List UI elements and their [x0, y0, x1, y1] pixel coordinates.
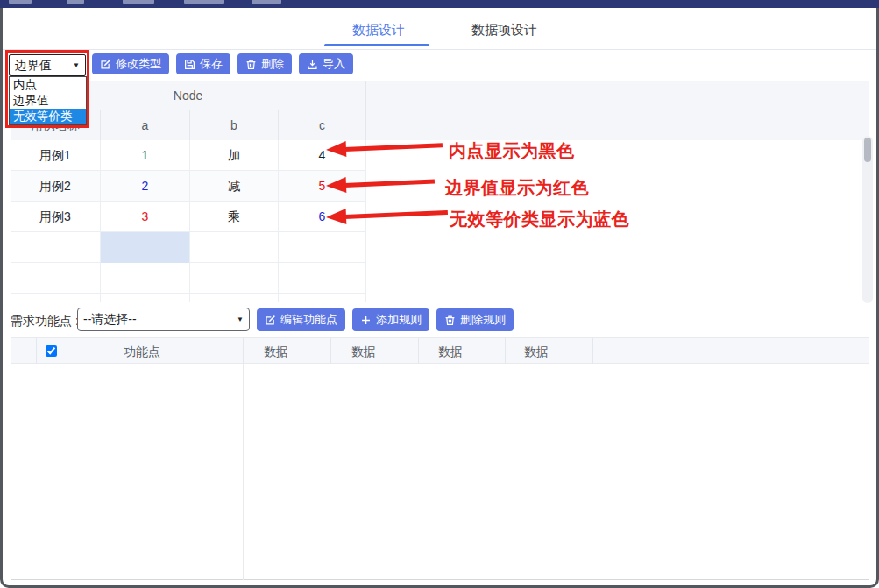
rule-column-header: 数据 [264, 338, 288, 365]
trash-icon [444, 315, 456, 326]
rule-action-button[interactable]: 编辑功能点 [257, 308, 345, 331]
case-empty-cell[interactable] [190, 263, 279, 294]
case-value-cell[interactable]: 6 [279, 202, 366, 232]
function-point-select-value: --请选择-- [83, 312, 137, 328]
case-type-select-value: 边界值 [15, 58, 52, 74]
select-option[interactable]: 边界值 [10, 93, 86, 109]
case-column-header: a [101, 110, 190, 140]
column-separator [67, 338, 67, 365]
top-nav-clipped-item [184, 0, 224, 4]
case-table-row [11, 232, 366, 263]
case-type-option-list: 内点边界值无效等价类 [9, 76, 87, 125]
case-value-cell[interactable]: 4 [279, 140, 366, 171]
top-nav-clipped-item [252, 0, 281, 4]
case-action-button[interactable]: 保存 [176, 53, 230, 74]
case-value-cell[interactable]: 减 [190, 171, 279, 202]
column-separator [330, 338, 331, 365]
function-point-select[interactable]: --请选择-- ▼ [77, 308, 250, 331]
top-nav-clipped-item [123, 0, 154, 4]
rule-toolbar-label: 需求功能点 : [11, 314, 79, 329]
case-empty-cell[interactable] [190, 294, 279, 302]
case-empty-cell[interactable] [279, 232, 366, 263]
button-label: 删除规则 [460, 312, 506, 328]
tab-data-design[interactable]: 数据设计 [352, 22, 405, 39]
rule-action-button[interactable]: 删除规则 [436, 308, 514, 331]
select-option[interactable]: 无效等价类 [10, 109, 86, 124]
case-table-row [11, 294, 366, 302]
rule-column-header: 数据 [351, 338, 376, 365]
column-separator [592, 338, 593, 365]
column-separator [505, 338, 506, 365]
case-value-cell[interactable]: 1 [101, 140, 190, 171]
select-option[interactable]: 内点 [10, 77, 86, 93]
button-label: 导入 [323, 56, 345, 72]
case-column-header: b [190, 110, 279, 140]
edit-icon [265, 315, 276, 326]
chevron-down-icon: ▼ [237, 315, 244, 323]
rule-table-column-divider [243, 364, 244, 580]
button-label: 添加规则 [376, 312, 422, 328]
column-separator [418, 338, 419, 365]
button-label: 保存 [200, 56, 223, 72]
column-separator [243, 338, 244, 365]
save-icon [184, 59, 195, 70]
case-toolbar: 修改类型保存删除导入 [92, 53, 353, 74]
rule-action-button[interactable]: 添加规则 [352, 308, 429, 331]
case-name-cell[interactable]: 用例2 [11, 171, 101, 202]
case-column-header: c [279, 110, 366, 140]
case-empty-cell[interactable] [279, 263, 366, 294]
tab-data-item-design[interactable]: 数据项设计 [471, 22, 537, 39]
case-type-select[interactable]: 边界值 ▼ [9, 54, 86, 76]
rule-column-header: 功能点 [124, 338, 160, 365]
case-table-row [11, 263, 366, 294]
app-window: 数据设计 数据项设计 边界值 ▼ 修改类型保存删除导入 内点边界值无效等价类 N… [0, 0, 879, 588]
edit-icon [100, 59, 111, 70]
case-value-cell[interactable]: 3 [101, 202, 190, 232]
active-tab-underline [324, 44, 429, 46]
case-action-button[interactable]: 导入 [299, 53, 353, 74]
column-separator [36, 338, 37, 365]
case-action-button[interactable]: 删除 [237, 53, 292, 74]
case-empty-cell[interactable] [11, 232, 101, 263]
case-empty-cell[interactable] [11, 263, 101, 294]
case-value-cell[interactable]: 加 [190, 140, 279, 171]
chevron-down-icon: ▼ [73, 61, 80, 69]
top-nav-clipped-item [9, 0, 32, 4]
case-table: Node 用例名称abc 用例11加4用例22减5用例33乘6 [11, 81, 869, 302]
top-nav-bar [0, 0, 879, 8]
case-table-row: 用例22减5 [11, 171, 366, 202]
vertical-scrollbar-thumb[interactable] [864, 138, 871, 162]
case-empty-cell[interactable] [101, 263, 190, 294]
rule-table-header: 功能点数据数据数据数据 [11, 337, 869, 364]
plus-icon [360, 315, 372, 326]
button-label: 编辑功能点 [280, 312, 337, 328]
case-table-row: 用例11加4 [11, 140, 366, 171]
rule-column-header: 数据 [524, 338, 549, 365]
rule-column-header: 数据 [438, 338, 463, 365]
import-icon [307, 59, 318, 70]
case-value-cell[interactable]: 5 [279, 171, 366, 202]
case-value-cell[interactable]: 乘 [190, 202, 279, 232]
button-label: 删除 [261, 56, 284, 72]
case-name-cell[interactable]: 用例1 [11, 140, 101, 171]
tab-bar: 数据设计 数据项设计 [0, 8, 879, 50]
select-all-checkbox[interactable] [46, 345, 57, 357]
top-nav-clipped-item [67, 0, 84, 4]
button-label: 修改类型 [116, 56, 161, 72]
case-empty-cell[interactable] [279, 294, 366, 302]
rule-toolbar: 编辑功能点添加规则删除规则 [257, 308, 514, 331]
case-value-cell[interactable]: 2 [101, 171, 190, 202]
case-empty-cell[interactable] [190, 232, 279, 263]
case-name-cell[interactable]: 用例3 [11, 202, 101, 232]
rule-table-body [11, 364, 869, 580]
trash-icon [245, 59, 257, 70]
case-selected-cell[interactable] [101, 232, 190, 263]
case-empty-cell[interactable] [11, 294, 101, 302]
case-empty-cell[interactable] [101, 294, 190, 302]
case-table-row: 用例33乘6 [11, 202, 366, 232]
case-action-button[interactable]: 修改类型 [92, 53, 169, 74]
